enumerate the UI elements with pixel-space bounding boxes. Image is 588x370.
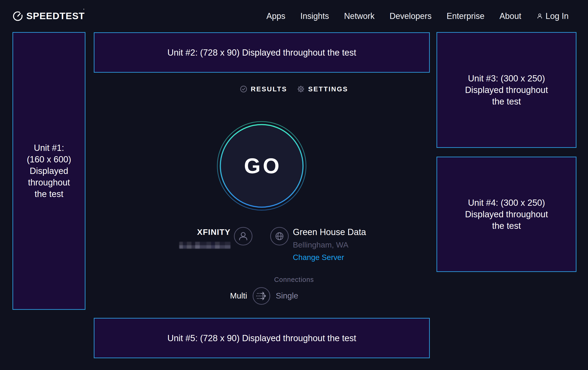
logo-text: SPEEDTEST bbox=[26, 11, 85, 21]
ad-text-line: Unit #5: (728 x 90) Displayed throughout… bbox=[168, 332, 356, 344]
login-label: Log In bbox=[546, 11, 569, 21]
go-button[interactable]: GO bbox=[215, 120, 308, 212]
ad-text-line: Unit #1: bbox=[34, 142, 64, 154]
multi-connections-icon bbox=[253, 288, 270, 304]
nav-item-apps[interactable]: Apps bbox=[266, 11, 285, 21]
ad-unit-3-rectangle[interactable]: Unit #3: (300 x 250) Displayed throughou… bbox=[437, 32, 577, 148]
globe-icon bbox=[271, 228, 288, 245]
test-tabs: RESULTS SETTINGS bbox=[240, 85, 348, 93]
login-button[interactable]: Log In bbox=[536, 11, 569, 21]
logo-trademark: ’ bbox=[83, 8, 84, 12]
ad-text-line: Unit #2: (728 x 90) Displayed throughout… bbox=[168, 47, 356, 58]
tab-settings-label: SETTINGS bbox=[308, 85, 348, 93]
user-icon bbox=[536, 13, 543, 20]
go-button-label: GO bbox=[215, 120, 308, 212]
ad-unit-4-rectangle[interactable]: Unit #4: (300 x 250) Displayed throughou… bbox=[437, 157, 577, 272]
gear-icon bbox=[297, 85, 305, 93]
speedtest-page: SPEEDTEST’ Apps Insights Network Develop… bbox=[0, 0, 588, 370]
isp-name[interactable]: XFINITY bbox=[197, 228, 231, 237]
ad-unit-5-leaderboard[interactable]: Unit #5: (728 x 90) Displayed throughout… bbox=[94, 318, 430, 358]
nav-item-insights[interactable]: Insights bbox=[300, 11, 329, 21]
isp-user-icon[interactable] bbox=[234, 227, 252, 245]
ad-text-line: Displayed throughout bbox=[465, 209, 548, 220]
tab-results[interactable]: RESULTS bbox=[240, 85, 287, 93]
ad-text-line: the test bbox=[492, 96, 521, 107]
connections-label: Connections bbox=[274, 276, 314, 283]
connections-toggle[interactable] bbox=[253, 287, 270, 305]
ad-text-line: Displayed bbox=[30, 165, 68, 177]
ad-text-line: Unit #3: (300 x 250) bbox=[468, 73, 545, 84]
change-server-link[interactable]: Change Server bbox=[293, 253, 344, 262]
ad-text-line: Unit #4: (300 x 250) bbox=[468, 197, 545, 209]
top-nav-bar: SPEEDTEST’ Apps Insights Network Develop… bbox=[0, 0, 588, 32]
main-nav: Apps Insights Network Developers Enterpr… bbox=[266, 11, 569, 21]
ad-text-line: (160 x 600) bbox=[27, 154, 71, 165]
nav-item-network[interactable]: Network bbox=[344, 11, 375, 21]
ad-unit-1-skyscraper[interactable]: Unit #1: (160 x 600) Displayed throughou… bbox=[12, 32, 85, 310]
person-icon bbox=[235, 228, 252, 245]
connections-multi-option[interactable]: Multi bbox=[230, 291, 247, 300]
isp-ip-redacted bbox=[179, 242, 231, 249]
server-location: Bellingham, WA bbox=[293, 240, 348, 249]
connections-single-option[interactable]: Single bbox=[276, 291, 298, 300]
ad-text-line: Displayed throughout bbox=[465, 84, 548, 96]
server-globe-icon[interactable] bbox=[270, 227, 289, 245]
nav-item-about[interactable]: About bbox=[500, 11, 521, 21]
server-name: Green House Data bbox=[293, 227, 366, 237]
speedtest-logo[interactable]: SPEEDTEST’ bbox=[12, 11, 86, 21]
tab-settings[interactable]: SETTINGS bbox=[297, 85, 348, 93]
speedtest-gauge-icon bbox=[12, 11, 23, 21]
ad-unit-2-leaderboard[interactable]: Unit #2: (728 x 90) Displayed throughout… bbox=[94, 32, 430, 73]
check-circle-icon bbox=[240, 85, 247, 93]
tab-results-label: RESULTS bbox=[251, 85, 287, 93]
nav-item-enterprise[interactable]: Enterprise bbox=[447, 11, 484, 21]
ad-text-line: throughout bbox=[28, 177, 70, 188]
ad-text-line: the test bbox=[492, 220, 521, 232]
nav-item-developers[interactable]: Developers bbox=[390, 11, 432, 21]
ad-text-line: the test bbox=[35, 188, 63, 200]
